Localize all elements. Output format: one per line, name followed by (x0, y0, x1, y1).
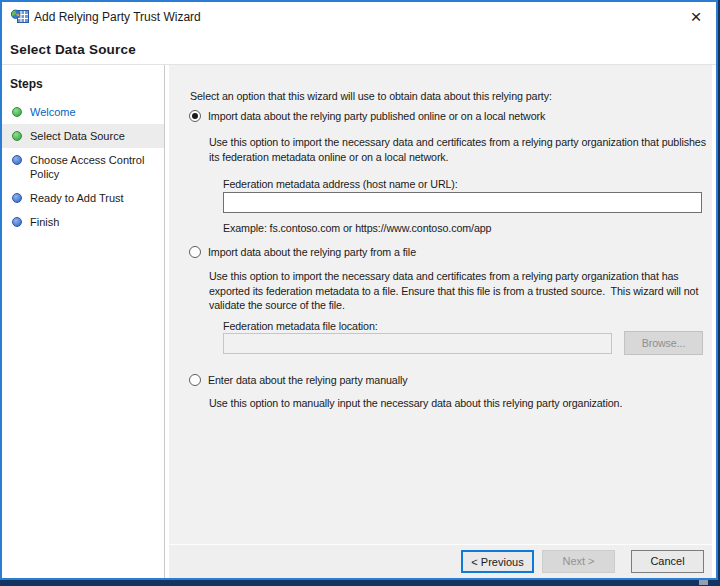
step-label: Choose Access Control Policy (30, 153, 144, 181)
footer-bar: < Previous Next > Cancel (169, 544, 712, 578)
step-done-bullet-icon (12, 107, 22, 117)
step-welcome[interactable]: Welcome (2, 100, 164, 124)
browse-button: Browse... (624, 331, 703, 355)
option-label: Import data about the relying party from… (208, 245, 416, 260)
step-done-bullet-icon (12, 131, 22, 141)
option-description: Use this option to manually input the ne… (209, 396, 622, 411)
step-finish[interactable]: Finish (2, 210, 164, 234)
step-label: Select Data Source (30, 129, 125, 143)
radio-unselected-icon[interactable] (189, 246, 201, 258)
step-label: Welcome (30, 105, 76, 119)
steps-heading: Steps (2, 65, 164, 100)
radio-selected-icon[interactable] (189, 110, 201, 122)
app-icon (11, 8, 29, 25)
wizard-window: Add Relying Party Trust Wizard × Select … (0, 0, 718, 580)
option-import-online[interactable]: Import data about the relying party publ… (189, 109, 545, 124)
option-import-file[interactable]: Import data about the relying party from… (189, 245, 416, 260)
option-description: Use this option to import the necessary … (209, 269, 698, 313)
title-bar: Add Relying Party Trust Wizard × (2, 2, 716, 32)
screen: Add Relying Party Trust Wizard × Select … (0, 0, 720, 586)
metadata-address-input[interactable] (223, 192, 702, 213)
option-label: Import data about the relying party publ… (208, 109, 545, 124)
step-label: Finish (30, 215, 59, 229)
step-todo-bullet-icon (12, 155, 22, 165)
metadata-file-input (223, 333, 612, 354)
window-title: Add Relying Party Trust Wizard (34, 10, 201, 24)
next-button: Next > (542, 550, 615, 573)
content-panel: Select an option that this wizard will u… (169, 65, 712, 578)
radio-unselected-icon[interactable] (189, 374, 201, 386)
step-ready-to-add-trust[interactable]: Ready to Add Trust (2, 186, 164, 210)
previous-button[interactable]: < Previous (461, 550, 534, 573)
step-todo-bullet-icon (12, 193, 22, 203)
option-label: Enter data about the relying party manua… (208, 373, 407, 388)
option-enter-manually[interactable]: Enter data about the relying party manua… (189, 373, 407, 388)
close-icon[interactable]: × (682, 4, 710, 30)
cancel-button[interactable]: Cancel (631, 550, 704, 573)
metadata-file-label: Federation metadata file location: (223, 319, 378, 334)
page-title: Select Data Source (10, 42, 136, 57)
steps-sidebar: Steps Welcome Select Data Source Choose … (2, 65, 165, 578)
example-text: Example: fs.contoso.com or https://www.c… (223, 221, 491, 236)
step-label: Ready to Add Trust (30, 191, 124, 205)
step-select-data-source[interactable]: Select Data Source (2, 124, 164, 148)
step-choose-access-control-policy[interactable]: Choose Access Control Policy (2, 148, 164, 186)
option-description: Use this option to import the necessary … (209, 135, 706, 164)
step-todo-bullet-icon (12, 217, 22, 227)
resize-grip[interactable] (699, 580, 708, 585)
metadata-address-label: Federation metadata address (host name o… (223, 177, 458, 192)
intro-text: Select an option that this wizard will u… (190, 89, 552, 104)
